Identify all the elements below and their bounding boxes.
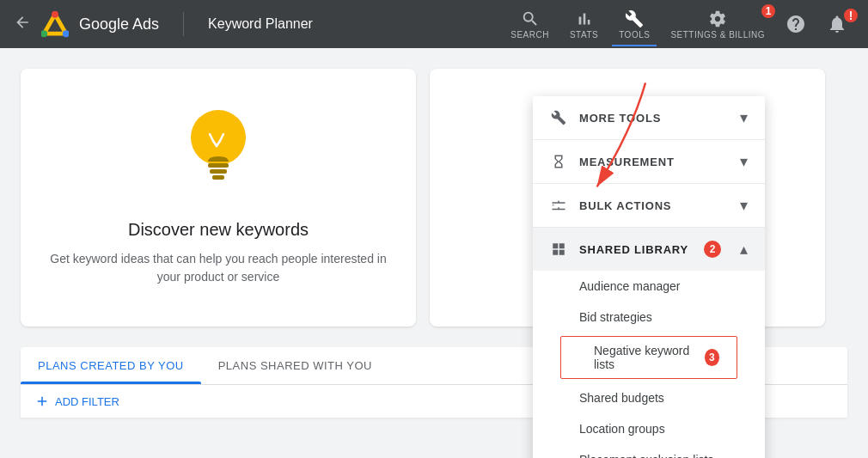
placement-exclusion-lists-item[interactable]: Placement exclusion lists [533, 444, 765, 458]
search-nav-label: SEARCH [510, 30, 549, 40]
card1-title: Discover new keywords [41, 220, 395, 240]
add-filter-icon [34, 394, 50, 409]
bid-strategies-item[interactable]: Bid strategies [533, 302, 765, 333]
svg-rect-10 [210, 169, 227, 174]
tab-plans-shared-with-you[interactable]: PLANS SHARED WITH YOU [201, 347, 389, 384]
header-left: Google Ads Keyword Planner [14, 10, 313, 38]
negative-keyword-lists-wrapper: Negative keyword lists 3 [533, 333, 765, 382]
bulk-actions-section: BULK ACTIONS ▾ [533, 184, 765, 228]
more-tools-section: MORE TOOLS ▾ [533, 96, 765, 140]
page-title: Keyword Planner [208, 16, 313, 32]
grid-icon [550, 241, 567, 257]
more-tools-row[interactable]: MORE TOOLS ▾ [533, 96, 765, 139]
tab-plans-created-by-you[interactable]: PLANS CREATED BY YOU [21, 347, 201, 384]
help-nav-button[interactable] [779, 10, 813, 38]
negative-keyword-badge: 3 [705, 349, 719, 366]
add-filter-button[interactable]: ADD FILTER [34, 394, 119, 409]
dropdown-menu: MORE TOOLS ▾ MEASUREMENT ▾ BULK ACTIONS … [533, 96, 765, 458]
audience-manager-item[interactable]: Audience manager [533, 271, 765, 302]
svg-rect-9 [208, 163, 229, 168]
stats-nav-label: STATS [570, 30, 598, 40]
bulk-actions-row[interactable]: BULK ACTIONS ▾ [533, 184, 765, 227]
card1-description: Get keyword ideas that can help you reac… [41, 250, 395, 286]
notifications-nav-button[interactable]: ! [820, 10, 854, 38]
shared-budgets-item[interactable]: Shared budgets [533, 382, 765, 413]
shared-library-chevron: ▴ [740, 240, 748, 259]
measurement-label: MEASUREMENT [579, 156, 728, 168]
tools-nav-button[interactable]: TOOLS [612, 6, 657, 43]
more-tools-label: MORE TOOLS [579, 112, 728, 125]
add-filter-label: ADD FILTER [55, 395, 119, 408]
header-right: SEARCH STATS TOOLS SETTINGS & BILLING 1 … [504, 6, 854, 43]
discover-keywords-card: Discover new keywords Get keyword ideas … [21, 69, 416, 327]
shared-library-badge: 2 [704, 241, 721, 258]
svg-rect-11 [212, 175, 224, 180]
hourglass-icon [550, 154, 567, 169]
settings-nav-button[interactable]: SETTINGS & BILLING 1 [663, 6, 772, 43]
card1-icon-area [41, 96, 395, 199]
header: Google Ads Keyword Planner SEARCH STATS … [0, 0, 868, 48]
app-title: Google Ads [79, 15, 159, 34]
bulk-actions-chevron: ▾ [740, 196, 748, 215]
wrench-icon [550, 110, 567, 125]
layers-icon [550, 198, 567, 213]
google-ads-logo [41, 10, 69, 38]
measurement-chevron: ▾ [740, 152, 748, 171]
back-button[interactable] [14, 14, 31, 35]
header-divider [183, 12, 184, 36]
settings-nav-label: SETTINGS & BILLING [670, 30, 765, 40]
shared-library-label: SHARED LIBRARY [579, 243, 688, 256]
svg-point-3 [52, 11, 58, 18]
location-groups-item[interactable]: Location groups [533, 413, 765, 444]
shared-library-row[interactable]: SHARED LIBRARY 2 ▴ [533, 228, 765, 271]
bulk-actions-label: BULK ACTIONS [579, 199, 728, 212]
measurement-section: MEASUREMENT ▾ [533, 140, 765, 184]
notifications-badge: ! [842, 7, 859, 24]
more-tools-chevron: ▾ [740, 108, 748, 127]
lightbulb-icon [175, 96, 261, 199]
settings-badge: 1 [760, 3, 777, 20]
measurement-row[interactable]: MEASUREMENT ▾ [533, 140, 765, 183]
tools-nav-label: TOOLS [619, 30, 650, 40]
main-area: Discover new keywords Get keyword ideas … [0, 48, 868, 418]
shared-library-section: SHARED LIBRARY 2 ▴ Audience manager Bid … [533, 228, 765, 458]
negative-keyword-lists-item[interactable]: Negative keyword lists 3 [560, 336, 737, 379]
search-nav-button[interactable]: SEARCH [504, 6, 556, 43]
stats-nav-button[interactable]: STATS [563, 6, 605, 43]
